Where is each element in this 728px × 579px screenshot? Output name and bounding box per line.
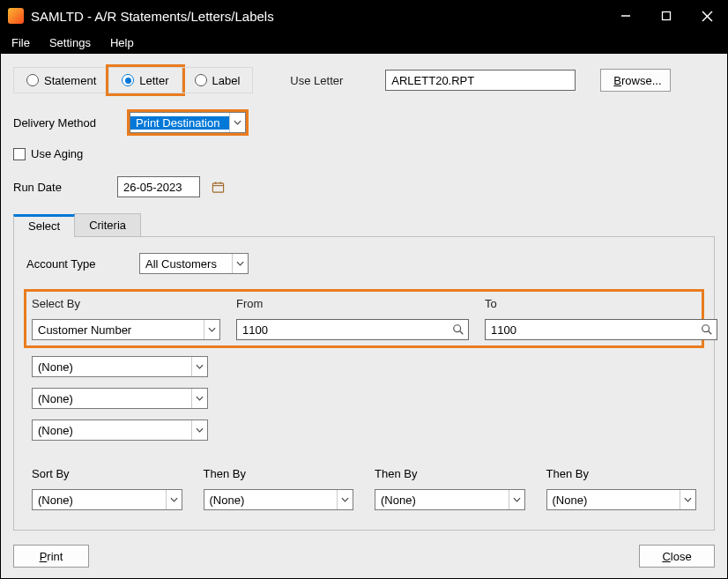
maximize-button[interactable] xyxy=(646,1,687,31)
account-type-value: All Customers xyxy=(140,257,232,271)
selectby-row4-combo[interactable]: (None) xyxy=(32,419,208,441)
tab-select[interactable]: Select xyxy=(13,214,75,237)
menu-help[interactable]: Help xyxy=(110,36,134,49)
use-letter-label: Use Letter xyxy=(290,74,343,87)
browse-button[interactable]: Browse... xyxy=(600,69,671,92)
radio-label[interactable]: Label xyxy=(182,67,254,93)
chevron-down-icon xyxy=(509,490,524,509)
chevron-down-icon xyxy=(680,490,695,509)
chevron-down-icon xyxy=(191,420,207,440)
browse-button-rest: rowse... xyxy=(621,74,662,87)
menu-settings[interactable]: Settings xyxy=(49,36,91,49)
chevron-down-icon xyxy=(191,389,207,408)
selectby-row1-value: Customer Number xyxy=(33,323,204,337)
sortby-header3: Then By xyxy=(375,467,525,480)
window: SAMLTD - A/R Statements/Letters/Labels F… xyxy=(0,0,728,579)
sortby-header2: Then By xyxy=(204,467,354,480)
radio-statement[interactable]: Statement xyxy=(13,67,108,93)
selectby-row4-value: (None) xyxy=(33,424,191,437)
radio-label-label: Label xyxy=(212,74,241,87)
minimize-button[interactable] xyxy=(605,1,646,31)
sortby-header4: Then By xyxy=(546,467,697,480)
delivery-method-combo[interactable]: Print Destination xyxy=(130,112,246,133)
window-title: SAMLTD - A/R Statements/Letters/Labels xyxy=(31,9,274,24)
svg-point-10 xyxy=(702,325,709,332)
radio-letter[interactable]: Letter xyxy=(108,67,182,93)
from-input-row1[interactable] xyxy=(236,319,469,340)
client-area: Statement Letter Label Use Letter Browse… xyxy=(1,54,727,541)
use-letter-input[interactable] xyxy=(385,70,576,91)
header-select-by: Select By xyxy=(32,297,220,310)
svg-line-11 xyxy=(709,331,712,335)
menu-file[interactable]: File xyxy=(11,36,30,49)
header-to: To xyxy=(485,297,717,310)
chevron-down-icon xyxy=(204,320,219,339)
chevron-down-icon xyxy=(166,490,182,509)
radio-circle-icon xyxy=(195,74,207,86)
radio-circle-checked-icon xyxy=(122,74,134,86)
account-type-combo[interactable]: All Customers xyxy=(139,253,249,274)
svg-point-8 xyxy=(454,325,461,332)
finder-icon[interactable] xyxy=(700,323,714,337)
svg-rect-4 xyxy=(212,182,223,191)
selectby-row3-value: (None) xyxy=(33,392,191,405)
calendar-icon[interactable] xyxy=(209,178,227,196)
selectby-row1-combo[interactable]: Customer Number xyxy=(32,319,220,340)
use-aging-label: Use Aging xyxy=(31,147,83,160)
app-icon xyxy=(8,8,24,24)
close-button[interactable] xyxy=(687,1,727,31)
delivery-method-label: Delivery Method xyxy=(13,116,121,130)
close-footer-button[interactable]: Close xyxy=(639,545,715,568)
run-date-input[interactable] xyxy=(117,176,200,197)
account-type-label: Account Type xyxy=(26,257,123,271)
chevron-down-icon xyxy=(232,254,248,273)
svg-rect-1 xyxy=(663,12,671,20)
menubar: File Settings Help xyxy=(1,31,727,54)
sortby-combo3[interactable]: (None) xyxy=(375,489,525,510)
radio-letter-label: Letter xyxy=(139,74,168,87)
sortby-combo2[interactable]: (None) xyxy=(204,489,354,510)
radio-circle-icon xyxy=(26,74,39,86)
chevron-down-icon xyxy=(337,490,353,509)
finder-icon[interactable] xyxy=(451,323,465,337)
delivery-method-value: Print Destination xyxy=(130,116,229,130)
header-from: From xyxy=(236,297,469,310)
doc-type-radio-group: Statement Letter Label xyxy=(13,63,253,98)
titlebar: SAMLTD - A/R Statements/Letters/Labels xyxy=(1,1,727,31)
footer: Print Close xyxy=(1,541,727,578)
selectby-row2-combo[interactable]: (None) xyxy=(32,356,208,377)
svg-line-9 xyxy=(460,331,464,335)
selectby-row2-value: (None) xyxy=(33,360,191,374)
tab-criteria[interactable]: Criteria xyxy=(74,213,141,236)
sortby-header1: Sort By xyxy=(32,467,182,480)
chevron-down-icon xyxy=(191,357,207,376)
to-input-row1[interactable] xyxy=(485,319,717,340)
tab-strip: Select Criteria xyxy=(13,213,715,237)
print-button[interactable]: Print xyxy=(13,545,89,568)
sortby-combo1[interactable]: (None) xyxy=(32,489,182,510)
sortby-combo4[interactable]: (None) xyxy=(546,489,697,510)
radio-statement-label: Statement xyxy=(44,74,96,87)
run-date-label: Run Date xyxy=(13,181,108,194)
selectby-row3-combo[interactable]: (None) xyxy=(32,388,208,409)
use-aging-checkbox[interactable] xyxy=(13,148,26,160)
chevron-down-icon xyxy=(229,113,245,132)
tab-body: Account Type All Customers Select By Fro… xyxy=(13,237,715,531)
